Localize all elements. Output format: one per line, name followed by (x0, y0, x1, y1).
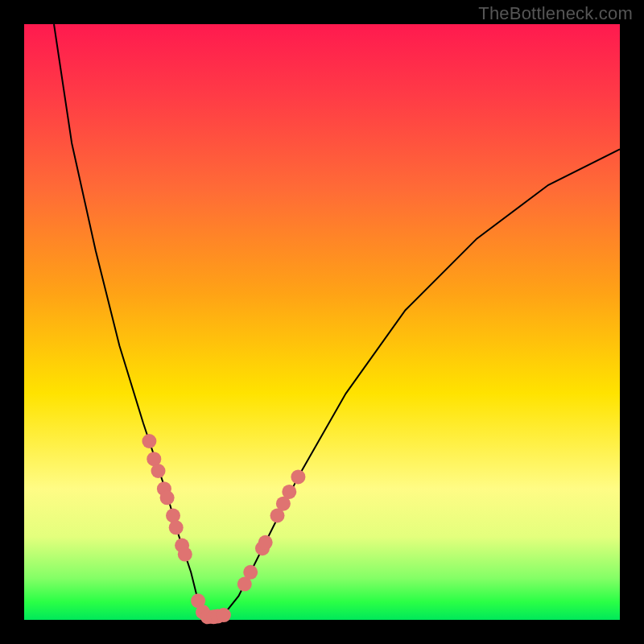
data-point (142, 434, 156, 448)
data-point (169, 520, 184, 535)
data-point (178, 547, 192, 562)
chart-svg (24, 24, 620, 620)
data-point (151, 464, 166, 478)
data-point (291, 469, 305, 484)
plot-area (24, 24, 620, 620)
data-point (217, 608, 231, 622)
data-points-group (142, 434, 305, 624)
bottleneck-curve (54, 24, 620, 617)
chart-frame: TheBottleneck.com (0, 0, 644, 644)
watermark-text: TheBottleneck.com (478, 3, 633, 24)
data-point (243, 565, 258, 580)
data-point (258, 535, 273, 550)
data-point (160, 490, 175, 505)
data-point (282, 485, 296, 499)
